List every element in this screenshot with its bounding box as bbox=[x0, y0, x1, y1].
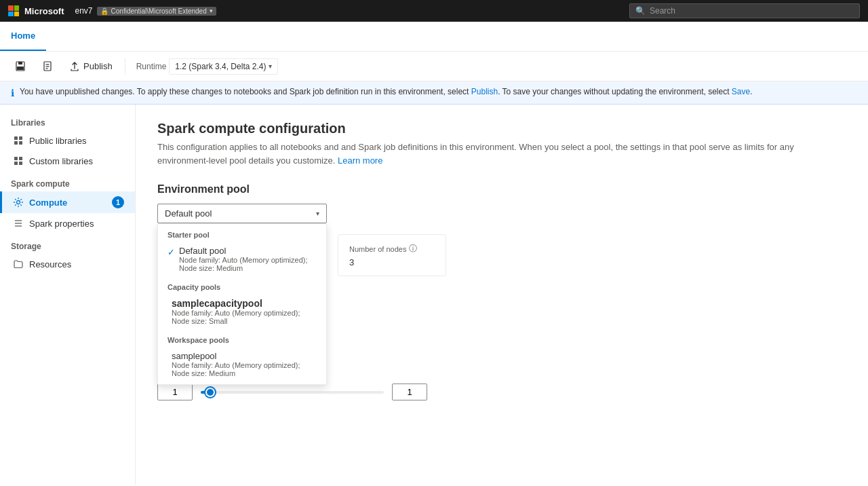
runtime-label: Runtime bbox=[136, 62, 167, 71]
folder-icon bbox=[13, 259, 24, 269]
chevron-down-icon: ▾ bbox=[269, 62, 272, 70]
chevron-down-icon: ▾ bbox=[316, 210, 319, 217]
sidebar-item-resources[interactable]: Resources bbox=[0, 254, 135, 274]
pool-dropdown-menu: Starter pool ✓ Default pool Node family:… bbox=[157, 223, 327, 385]
new-icon bbox=[42, 61, 53, 72]
executor-slider-thumb[interactable] bbox=[205, 388, 215, 397]
info-icon: ℹ bbox=[11, 88, 14, 98]
sidebar-section-storage-label: Storage bbox=[0, 236, 135, 254]
publish-label: Publish bbox=[83, 61, 113, 71]
env-area: env7 🔒 Confidential\Microsoft Extended ▾ bbox=[75, 6, 216, 16]
confidential-badge: 🔒 Confidential\Microsoft Extended ▾ bbox=[97, 7, 216, 16]
samplepool-name: samplepool bbox=[172, 351, 317, 361]
main-layout: Libraries Public libraries bbox=[0, 105, 868, 485]
logo-area: Microsoft bbox=[8, 5, 64, 16]
toolbar: Publish Runtime 1.2 (Spark 3.4, Delta 2.… bbox=[0, 52, 868, 81]
environment-pool-section-title: Environment pool bbox=[157, 183, 846, 195]
sidebar-item-custom-libraries[interactable]: Custom libraries bbox=[0, 151, 135, 171]
executor-slider-track bbox=[201, 391, 384, 394]
environment-pool-dropdown[interactable]: Default pool ▾ bbox=[157, 204, 327, 223]
checkmark-icon: ✓ bbox=[167, 247, 175, 257]
samplecapacitypool-option[interactable]: samplecapacitypool Node family: Auto (Me… bbox=[158, 294, 326, 329]
svg-rect-7 bbox=[14, 136, 18, 140]
runtime-dropdown[interactable]: 1.2 (Spark 3.4, Delta 2.4) ▾ bbox=[169, 58, 278, 75]
ms-logo-icon bbox=[8, 5, 19, 16]
tab-home[interactable]: Home bbox=[0, 22, 46, 51]
workspace-pool-group-label: Workspace pools bbox=[158, 329, 326, 347]
sidebar-item-resources-label: Resources bbox=[29, 259, 71, 269]
publish-button[interactable]: Publish bbox=[62, 58, 119, 75]
toolbar-divider bbox=[125, 58, 125, 75]
search-input[interactable] bbox=[650, 6, 854, 16]
svg-rect-8 bbox=[19, 136, 22, 140]
top-bar: Microsoft env7 🔒 Confidential\Microsoft … bbox=[0, 0, 868, 22]
grid-icon bbox=[13, 135, 24, 146]
badge-label: Confidential\Microsoft Extended bbox=[111, 7, 207, 15]
samplecapacitypool-name: samplecapacitypool bbox=[172, 298, 317, 309]
samplepool-option[interactable]: samplepool Node family: Auto (Memory opt… bbox=[158, 347, 326, 384]
node-count-label: Number of nodes bbox=[349, 245, 406, 253]
sidebar-section-spark-label: Spark compute bbox=[0, 174, 135, 191]
sidebar-section-spark: Spark compute Compute 1 bbox=[0, 174, 135, 233]
node-count-value: 3 bbox=[349, 257, 435, 267]
svg-rect-2 bbox=[17, 67, 24, 70]
tab-home-label: Home bbox=[11, 31, 35, 41]
save-button[interactable] bbox=[8, 58, 33, 75]
lock-icon: 🔒 bbox=[100, 7, 108, 15]
default-pool-name: Default pool bbox=[179, 246, 317, 256]
banner-save-link[interactable]: Save bbox=[732, 87, 750, 96]
sidebar-item-public-libraries[interactable]: Public libraries bbox=[0, 130, 135, 151]
samplepool-desc: Node family: Auto (Memory optimized); No… bbox=[172, 361, 317, 377]
env-name: env7 bbox=[75, 6, 93, 16]
dropdown-selected-value: Default pool bbox=[165, 208, 212, 219]
search-box[interactable]: 🔍 bbox=[629, 3, 860, 18]
svg-rect-13 bbox=[14, 162, 18, 165]
nav-bar: Home bbox=[0, 22, 868, 52]
info-circle-icon: ⓘ bbox=[409, 243, 417, 255]
default-pool-desc: Node family: Auto (Memory optimized); No… bbox=[179, 256, 317, 272]
sidebar-item-custom-libraries-label: Custom libraries bbox=[29, 156, 93, 166]
default-pool-option[interactable]: ✓ Default pool Node family: Auto (Memory… bbox=[158, 242, 326, 276]
svg-rect-11 bbox=[14, 157, 18, 160]
sidebar-item-compute[interactable]: Compute 1 bbox=[0, 191, 135, 213]
gear-icon bbox=[13, 197, 24, 208]
svg-rect-14 bbox=[19, 162, 22, 165]
executor-instances-max-input[interactable] bbox=[392, 384, 427, 400]
info-banner: ℹ You have unpublished changes. To apply… bbox=[0, 81, 868, 105]
runtime-value: 1.2 (Spark 3.4, Delta 2.4) bbox=[175, 62, 266, 71]
samplecapacitypool-desc: Node family: Auto (Memory optimized); No… bbox=[172, 309, 317, 325]
banner-publish-link[interactable]: Publish bbox=[471, 87, 498, 96]
search-icon: 🔍 bbox=[635, 6, 646, 16]
executor-instances-slider-row bbox=[157, 384, 846, 400]
svg-rect-9 bbox=[14, 141, 18, 145]
environment-pool-dropdown-container: Default pool ▾ Starter pool ✓ Default po… bbox=[157, 204, 327, 223]
sidebar-section-libraries: Libraries Public libraries bbox=[0, 113, 135, 171]
capacity-pool-group-label: Capacity pools bbox=[158, 276, 326, 294]
node-count-info-card: Number of nodes ⓘ 3 bbox=[338, 234, 446, 276]
compute-badge: 1 bbox=[112, 196, 124, 208]
svg-rect-1 bbox=[18, 62, 22, 64]
svg-point-15 bbox=[17, 201, 20, 204]
save-icon bbox=[15, 61, 26, 72]
sidebar-item-compute-label: Compute bbox=[29, 198, 67, 208]
sidebar-item-spark-properties[interactable]: Spark properties bbox=[0, 213, 135, 233]
sidebar: Libraries Public libraries bbox=[0, 105, 136, 485]
sidebar-section-storage: Storage Resources bbox=[0, 236, 135, 274]
svg-rect-10 bbox=[19, 141, 22, 145]
ms-logo-text: Microsoft bbox=[24, 6, 64, 16]
new-button[interactable] bbox=[35, 58, 60, 75]
executor-instances-min-input[interactable] bbox=[157, 384, 193, 400]
publish-icon bbox=[69, 61, 80, 72]
page-description: This configuration applies to all notebo… bbox=[157, 141, 846, 167]
svg-rect-12 bbox=[19, 157, 22, 160]
sidebar-item-spark-properties-label: Spark properties bbox=[29, 219, 94, 229]
sidebar-section-libraries-label: Libraries bbox=[0, 113, 135, 130]
banner-text: You have unpublished changes. To apply t… bbox=[20, 87, 753, 96]
sidebar-item-public-libraries-label: Public libraries bbox=[29, 136, 87, 146]
page-title: Spark compute configuration bbox=[157, 121, 846, 136]
list-icon bbox=[13, 218, 24, 229]
learn-more-link[interactable]: Learn more bbox=[338, 155, 382, 166]
starter-pool-group-label: Starter pool bbox=[158, 224, 326, 242]
grid2-icon bbox=[13, 155, 24, 166]
main-content: Spark compute configuration This configu… bbox=[136, 105, 868, 485]
